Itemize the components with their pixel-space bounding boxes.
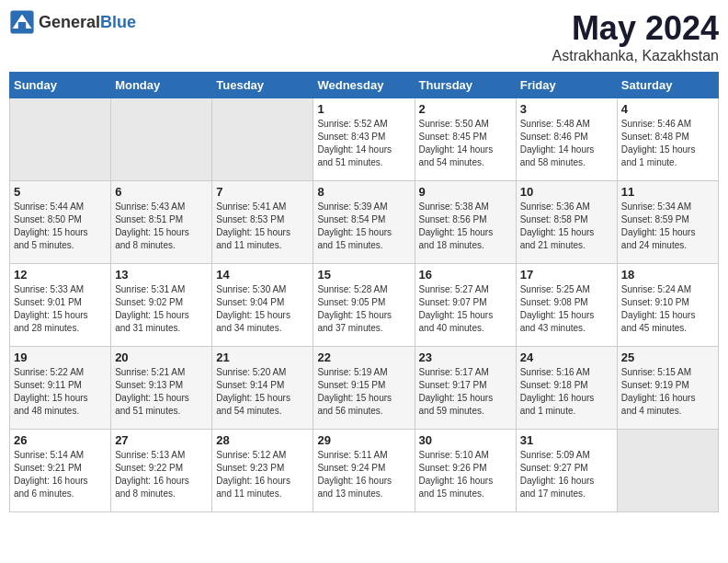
title-area: May 2024 Astrakhanka, Kazakhstan: [552, 9, 719, 64]
day-number: 27: [115, 433, 208, 447]
calendar-cell: 25Sunrise: 5:15 AM Sunset: 9:19 PM Dayli…: [617, 347, 718, 430]
calendar-cell: [212, 98, 313, 181]
day-number: 16: [419, 268, 512, 282]
day-number: 11: [621, 185, 714, 199]
weekday-header-tuesday: Tuesday: [212, 73, 313, 98]
calendar-cell: 29Sunrise: 5:11 AM Sunset: 9:24 PM Dayli…: [313, 430, 415, 512]
calendar-cell: 13Sunrise: 5:31 AM Sunset: 9:02 PM Dayli…: [111, 264, 212, 347]
day-number: 17: [520, 268, 613, 282]
day-number: 7: [216, 185, 309, 199]
day-number: 18: [621, 268, 714, 282]
day-number: 28: [216, 433, 309, 447]
day-number: 24: [520, 350, 613, 364]
subtitle: Astrakhanka, Kazakhstan: [552, 48, 719, 64]
day-info: Sunrise: 5:48 AM Sunset: 8:46 PM Dayligh…: [520, 118, 613, 169]
day-info: Sunrise: 5:10 AM Sunset: 9:26 PM Dayligh…: [419, 449, 512, 500]
day-number: 3: [520, 102, 613, 116]
logo-general: General: [39, 13, 100, 31]
day-number: 21: [216, 350, 309, 364]
calendar-week-2: 5Sunrise: 5:44 AM Sunset: 8:50 PM Daylig…: [10, 181, 719, 264]
day-info: Sunrise: 5:39 AM Sunset: 8:54 PM Dayligh…: [317, 201, 410, 252]
day-number: 2: [419, 102, 512, 116]
calendar-cell: 17Sunrise: 5:25 AM Sunset: 9:08 PM Dayli…: [516, 264, 617, 347]
calendar-cell: [111, 98, 212, 181]
day-info: Sunrise: 5:30 AM Sunset: 9:04 PM Dayligh…: [216, 283, 309, 335]
calendar-cell: 30Sunrise: 5:10 AM Sunset: 9:26 PM Dayli…: [415, 430, 516, 512]
calendar-cell: 20Sunrise: 5:21 AM Sunset: 9:13 PM Dayli…: [111, 347, 212, 430]
day-info: Sunrise: 5:22 AM Sunset: 9:11 PM Dayligh…: [14, 366, 107, 418]
day-info: Sunrise: 5:12 AM Sunset: 9:23 PM Dayligh…: [216, 449, 309, 500]
calendar-cell: 18Sunrise: 5:24 AM Sunset: 9:10 PM Dayli…: [617, 264, 718, 347]
day-info: Sunrise: 5:11 AM Sunset: 9:24 PM Dayligh…: [317, 449, 410, 500]
calendar-cell: 24Sunrise: 5:16 AM Sunset: 9:18 PM Dayli…: [516, 347, 617, 430]
day-info: Sunrise: 5:52 AM Sunset: 8:43 PM Dayligh…: [317, 118, 410, 169]
day-info: Sunrise: 5:46 AM Sunset: 8:48 PM Dayligh…: [621, 118, 714, 169]
day-info: Sunrise: 5:38 AM Sunset: 8:56 PM Dayligh…: [419, 201, 512, 252]
calendar-cell: 2Sunrise: 5:50 AM Sunset: 8:45 PM Daylig…: [415, 98, 516, 181]
calendar-cell: 19Sunrise: 5:22 AM Sunset: 9:11 PM Dayli…: [10, 347, 111, 430]
logo-blue: Blue: [100, 13, 136, 31]
day-number: 10: [520, 185, 613, 199]
calendar-cell: 16Sunrise: 5:27 AM Sunset: 9:07 PM Dayli…: [415, 264, 516, 347]
weekday-header-wednesday: Wednesday: [313, 73, 415, 98]
weekday-header-sunday: Sunday: [10, 73, 111, 98]
logo: GeneralBlue: [9, 9, 136, 35]
day-number: 23: [419, 350, 512, 364]
weekday-header-monday: Monday: [111, 73, 212, 98]
calendar-cell: 5Sunrise: 5:44 AM Sunset: 8:50 PM Daylig…: [10, 181, 111, 264]
day-info: Sunrise: 5:24 AM Sunset: 9:10 PM Dayligh…: [621, 283, 714, 335]
day-info: Sunrise: 5:13 AM Sunset: 9:22 PM Dayligh…: [115, 449, 208, 500]
calendar-cell: 28Sunrise: 5:12 AM Sunset: 9:23 PM Dayli…: [212, 430, 313, 512]
calendar-cell: 14Sunrise: 5:30 AM Sunset: 9:04 PM Dayli…: [212, 264, 313, 347]
weekday-header-thursday: Thursday: [415, 73, 516, 98]
day-number: 1: [317, 102, 410, 116]
calendar-week-5: 26Sunrise: 5:14 AM Sunset: 9:21 PM Dayli…: [10, 430, 719, 512]
day-info: Sunrise: 5:16 AM Sunset: 9:18 PM Dayligh…: [520, 366, 613, 418]
main-title: May 2024: [552, 9, 719, 48]
calendar-cell: 27Sunrise: 5:13 AM Sunset: 9:22 PM Dayli…: [111, 430, 212, 512]
weekday-header-row: SundayMondayTuesdayWednesdayThursdayFrid…: [10, 73, 719, 98]
day-info: Sunrise: 5:50 AM Sunset: 8:45 PM Dayligh…: [419, 118, 512, 169]
calendar-cell: 1Sunrise: 5:52 AM Sunset: 8:43 PM Daylig…: [313, 98, 415, 181]
day-info: Sunrise: 5:34 AM Sunset: 8:59 PM Dayligh…: [621, 201, 714, 252]
calendar-cell: 11Sunrise: 5:34 AM Sunset: 8:59 PM Dayli…: [617, 181, 718, 264]
day-info: Sunrise: 5:31 AM Sunset: 9:02 PM Dayligh…: [115, 283, 208, 335]
logo-text: GeneralBlue: [39, 13, 136, 32]
day-number: 8: [317, 185, 410, 199]
svg-rect-2: [18, 22, 26, 29]
day-number: 31: [520, 433, 613, 447]
calendar-cell: 6Sunrise: 5:43 AM Sunset: 8:51 PM Daylig…: [111, 181, 212, 264]
day-info: Sunrise: 5:25 AM Sunset: 9:08 PM Dayligh…: [520, 283, 613, 335]
day-info: Sunrise: 5:09 AM Sunset: 9:27 PM Dayligh…: [520, 449, 613, 500]
day-number: 5: [14, 185, 107, 199]
calendar-cell: 8Sunrise: 5:39 AM Sunset: 8:54 PM Daylig…: [313, 181, 415, 264]
day-number: 14: [216, 268, 309, 282]
day-number: 22: [317, 350, 410, 364]
day-number: 4: [621, 102, 714, 116]
logo-icon: [9, 9, 35, 35]
day-number: 13: [115, 268, 208, 282]
calendar-cell: 15Sunrise: 5:28 AM Sunset: 9:05 PM Dayli…: [313, 264, 415, 347]
day-info: Sunrise: 5:41 AM Sunset: 8:53 PM Dayligh…: [216, 201, 309, 252]
calendar-week-1: 1Sunrise: 5:52 AM Sunset: 8:43 PM Daylig…: [10, 98, 719, 181]
day-info: Sunrise: 5:33 AM Sunset: 9:01 PM Dayligh…: [14, 283, 107, 335]
calendar-cell: 22Sunrise: 5:19 AM Sunset: 9:15 PM Dayli…: [313, 347, 415, 430]
day-info: Sunrise: 5:36 AM Sunset: 8:58 PM Dayligh…: [520, 201, 613, 252]
calendar-cell: 21Sunrise: 5:20 AM Sunset: 9:14 PM Dayli…: [212, 347, 313, 430]
day-info: Sunrise: 5:28 AM Sunset: 9:05 PM Dayligh…: [317, 283, 410, 335]
calendar-cell: 7Sunrise: 5:41 AM Sunset: 8:53 PM Daylig…: [212, 181, 313, 264]
day-info: Sunrise: 5:44 AM Sunset: 8:50 PM Dayligh…: [14, 201, 107, 252]
weekday-header-friday: Friday: [516, 73, 617, 98]
calendar-table: SundayMondayTuesdayWednesdayThursdayFrid…: [9, 72, 719, 512]
header: GeneralBlue May 2024 Astrakhanka, Kazakh…: [9, 9, 719, 64]
weekday-header-saturday: Saturday: [617, 73, 718, 98]
calendar-week-3: 12Sunrise: 5:33 AM Sunset: 9:01 PM Dayli…: [10, 264, 719, 347]
day-number: 29: [317, 433, 410, 447]
day-info: Sunrise: 5:21 AM Sunset: 9:13 PM Dayligh…: [115, 366, 208, 418]
calendar-week-4: 19Sunrise: 5:22 AM Sunset: 9:11 PM Dayli…: [10, 347, 719, 430]
day-info: Sunrise: 5:19 AM Sunset: 9:15 PM Dayligh…: [317, 366, 410, 418]
day-number: 20: [115, 350, 208, 364]
calendar-cell: 10Sunrise: 5:36 AM Sunset: 8:58 PM Dayli…: [516, 181, 617, 264]
calendar-cell: 23Sunrise: 5:17 AM Sunset: 9:17 PM Dayli…: [415, 347, 516, 430]
day-info: Sunrise: 5:15 AM Sunset: 9:19 PM Dayligh…: [621, 366, 714, 418]
